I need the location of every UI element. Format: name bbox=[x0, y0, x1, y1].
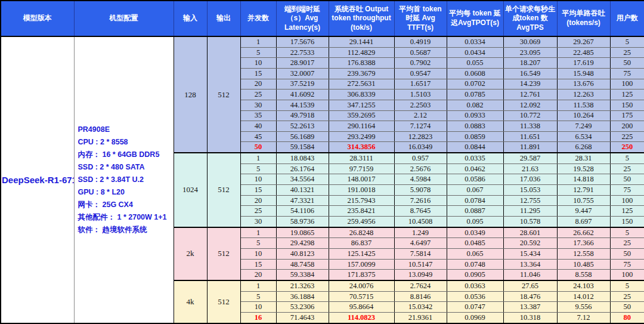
cell-user-count: 50 bbox=[610, 58, 644, 69]
cell-concurrency: 40 bbox=[240, 121, 276, 132]
cell-avg-tps: 13.364 bbox=[503, 259, 557, 270]
config-line: SSD : 2 * 480 SATA bbox=[78, 161, 170, 174]
cell-avg-latency: 40.1321 bbox=[276, 185, 329, 196]
cell-user-count: 100 bbox=[610, 270, 644, 280]
cell-user-count: 5 bbox=[610, 280, 644, 291]
col-header-machine-config: 机型配置 bbox=[74, 1, 174, 36]
cell-avg-tps: 12.092 bbox=[503, 100, 557, 110]
cell-per-route-throughput: 10.264 bbox=[557, 110, 610, 121]
cell-avg-tpot: 0.082 bbox=[447, 100, 503, 110]
cell-avg-tpot: 0.0784 bbox=[447, 195, 503, 206]
cell-user-count: 125 bbox=[610, 90, 644, 100]
output-size-cell: 512 bbox=[207, 36, 240, 153]
cell-user-count: 75 bbox=[610, 185, 644, 196]
cell-avg-tps: 14.239 bbox=[503, 79, 557, 90]
cell-concurrency: 1 bbox=[240, 36, 276, 47]
cell-concurrency: 15 bbox=[240, 259, 276, 270]
cell-output-throughput: 290.1164 bbox=[329, 121, 394, 132]
cell-avg-latency: 53.2306 bbox=[276, 302, 329, 313]
cell-avg-tpot: 0.0608 bbox=[447, 68, 503, 79]
header-row: 模型版本 机型配置 输入 输出 并发数 端到端时延（s）Avg Latency(… bbox=[1, 1, 644, 36]
cell-output-throughput: 114.0823 bbox=[329, 312, 394, 323]
cell-per-route-throughput: 15.948 bbox=[557, 68, 610, 79]
cell-output-throughput: 306.8339 bbox=[329, 90, 394, 100]
cell-avg-tps: 21.63 bbox=[503, 163, 557, 174]
cell-avg-tpot: 0.0335 bbox=[447, 153, 503, 163]
cell-output-throughput: 259.4956 bbox=[329, 217, 394, 227]
cell-avg-latency: 54.1106 bbox=[276, 206, 329, 217]
cell-avg-tpot: 0.0434 bbox=[447, 47, 503, 58]
cell-per-route-throughput: 14.818 bbox=[557, 174, 610, 185]
cell-per-route-throughput: 12.558 bbox=[557, 249, 610, 260]
config-line: 软件： 趋境软件系统 bbox=[78, 224, 170, 236]
cell-avg-ttft: 21.9361 bbox=[394, 312, 447, 323]
cell-avg-tps: 16.549 bbox=[503, 68, 557, 79]
cell-concurrency: 15 bbox=[240, 68, 276, 79]
cell-output-throughput: 359.2695 bbox=[329, 110, 394, 121]
cell-avg-ttft: 2.7624 bbox=[394, 280, 447, 291]
cell-avg-tpot: 0.0785 bbox=[447, 90, 503, 100]
cell-output-throughput: 157.0099 bbox=[329, 259, 394, 270]
cell-user-count: 25 bbox=[610, 291, 644, 302]
cell-avg-tpot: 0.0334 bbox=[447, 36, 503, 47]
cell-user-count: 5 bbox=[610, 36, 644, 47]
cell-avg-tps: 10.318 bbox=[503, 312, 557, 323]
cell-avg-ttft: 4.5984 bbox=[394, 174, 447, 185]
cell-concurrency: 25 bbox=[240, 90, 276, 100]
cell-user-count: 250 bbox=[610, 142, 644, 153]
cell-avg-tpot: 0.0536 bbox=[447, 291, 503, 302]
cell-avg-latency: 52.2613 bbox=[276, 121, 329, 132]
cell-avg-tpot: 0.0586 bbox=[447, 174, 503, 185]
input-size-cell: 4k bbox=[174, 280, 207, 323]
cell-output-throughput: 24.0076 bbox=[329, 280, 394, 291]
cell-user-count: 5 bbox=[610, 153, 644, 163]
cell-avg-ttft: 1.6517 bbox=[394, 79, 447, 90]
input-size-cell: 128 bbox=[174, 36, 207, 153]
cell-avg-tpot: 0.0747 bbox=[447, 302, 503, 313]
cell-avg-tps: 28.601 bbox=[503, 227, 557, 238]
cell-avg-latency: 44.1539 bbox=[276, 100, 329, 110]
input-size-cell: 1024 bbox=[174, 153, 207, 227]
cell-user-count: 50 bbox=[610, 302, 644, 313]
cell-per-route-throughput: 19.528 bbox=[557, 163, 610, 174]
cell-user-count: 75 bbox=[610, 68, 644, 79]
cell-concurrency: 1 bbox=[240, 227, 276, 238]
cell-user-count: 25 bbox=[610, 163, 644, 174]
cell-per-route-throughput: 13.676 bbox=[557, 79, 610, 90]
cell-avg-tps: 11.891 bbox=[503, 142, 557, 153]
col-header-output: 输出 bbox=[207, 1, 240, 36]
cell-avg-tps: 27.65 bbox=[503, 280, 557, 291]
cell-per-route-throughput: 10.755 bbox=[557, 195, 610, 206]
cell-output-throughput: 28.3111 bbox=[329, 153, 394, 163]
cell-avg-latency: 22.7533 bbox=[276, 47, 329, 58]
cell-output-throughput: 29.1441 bbox=[329, 36, 394, 47]
cell-avg-ttft: 7.2616 bbox=[394, 195, 447, 206]
cell-per-route-throughput: 14.012 bbox=[557, 291, 610, 302]
cell-avg-tps: 23.095 bbox=[503, 47, 557, 58]
cell-avg-ttft: 7.1274 bbox=[394, 121, 447, 132]
cell-avg-tpot: 0.0748 bbox=[447, 259, 503, 270]
cell-concurrency: 30 bbox=[240, 217, 276, 227]
cell-output-throughput: 176.8388 bbox=[329, 58, 394, 69]
cell-avg-latency: 37.5219 bbox=[276, 79, 329, 90]
benchmark-table: 模型版本 机型配置 输入 输出 并发数 端到端时延（s）Avg Latency(… bbox=[0, 0, 644, 324]
cell-per-route-throughput: 8.697 bbox=[557, 217, 610, 227]
cell-avg-ttft: 0.5687 bbox=[394, 47, 447, 58]
cell-avg-latency: 71.4643 bbox=[276, 312, 329, 323]
cell-avg-latency: 21.3263 bbox=[276, 280, 329, 291]
cell-avg-tpot: 0.067 bbox=[447, 185, 503, 196]
col-header-avg-latency: 端到端时延（s）Avg Latency(s) bbox=[276, 1, 329, 36]
cell-user-count: 50 bbox=[610, 174, 644, 185]
cell-per-route-throughput: 22.485 bbox=[557, 47, 610, 58]
machine-config-cell: PR4908ECPU : 2 * 8558内存： 16 * 64GB DDR5S… bbox=[74, 36, 174, 323]
cell-per-route-throughput: 28.31 bbox=[557, 153, 610, 163]
cell-per-route-throughput: 17.366 bbox=[557, 238, 610, 249]
cell-avg-ttft: 8.8146 bbox=[394, 291, 447, 302]
config-line: GPU : 8 * L20 bbox=[78, 186, 170, 199]
cell-avg-latency: 18.0843 bbox=[276, 153, 329, 163]
benchmark-page: 模型版本 机型配置 输入 输出 并发数 端到端时延（s）Avg Latency(… bbox=[0, 0, 644, 324]
cell-output-throughput: 293.2499 bbox=[329, 131, 394, 142]
cell-avg-tpot: 0.0969 bbox=[447, 312, 503, 323]
cell-avg-latency: 41.6092 bbox=[276, 90, 329, 100]
col-header-user-count: 用户数 bbox=[610, 1, 644, 36]
